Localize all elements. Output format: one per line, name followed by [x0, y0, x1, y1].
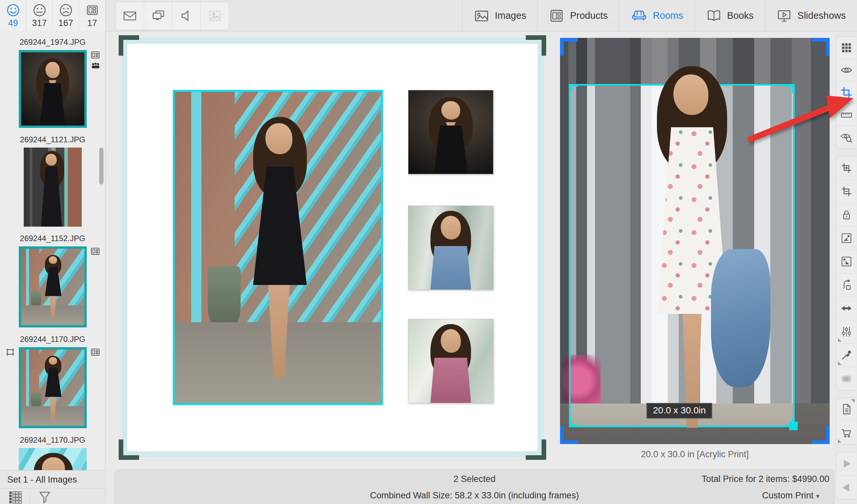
speaker-button[interactable] — [172, 2, 201, 30]
filename-label: 269244_1974.JPG — [0, 35, 105, 50]
speaker-icon — [179, 8, 194, 23]
submenu-notch — [838, 439, 841, 443]
tab-rooms[interactable]: Rooms — [619, 0, 694, 31]
caret-down-icon: ▾ — [816, 492, 820, 500]
crop-badge-icon — [5, 348, 15, 357]
photo-handle-top-left[interactable] — [560, 38, 578, 56]
filmstrip-item-1: 269244_1974.JPG — [0, 35, 105, 129]
shopping-cart-tool[interactable] — [836, 421, 856, 445]
annotation-arrow — [743, 86, 857, 145]
thumbnail-269244-1121[interactable] — [24, 147, 82, 227]
drag-image-button[interactable] — [201, 2, 229, 30]
rating-sad[interactable]: 167 — [53, 0, 79, 31]
order-tools-panel — [836, 397, 856, 445]
filmstrip-sidebar: 269244_1974.JPG 269244_1121.JPG 269244_1… — [0, 32, 105, 470]
product-badge-icon — [91, 348, 101, 357]
thumbnail-photo — [21, 249, 84, 325]
crop-zoom-out-tool[interactable] — [836, 180, 856, 203]
submenu-notch — [838, 361, 841, 365]
thumbnail-269244-1170[interactable] — [19, 347, 87, 428]
document-icon — [841, 403, 852, 415]
filename-label: 269244_1152.JPG — [0, 231, 105, 246]
thumbnail-photo — [19, 448, 87, 470]
rating-stats-panel: 49 317 167 17 — [0, 0, 105, 31]
move-horizontal-tool[interactable] — [836, 297, 856, 320]
mat-frame-tool[interactable] — [836, 367, 856, 390]
tab-books[interactable]: Books — [694, 0, 765, 31]
pose-image-left-tool[interactable] — [836, 227, 856, 250]
filter-button[interactable] — [30, 491, 60, 503]
photo-handle-bottom-right[interactable] — [812, 426, 830, 444]
room-canvas: 20.0 x 30.0in 20.0 x 30.0 in [Acrylic Pr… — [106, 32, 836, 470]
crop-plus-icon — [841, 162, 852, 174]
wall-print-studio[interactable] — [408, 90, 493, 174]
tab-products-label: Products — [570, 10, 607, 21]
lock-tool[interactable] — [836, 203, 856, 227]
move-horizontal-icon — [841, 302, 852, 314]
rating-happy[interactable]: 49 — [0, 0, 27, 31]
wall-print-large-staircase[interactable] — [173, 90, 383, 405]
order-document-tool[interactable] — [836, 398, 856, 421]
preview-eye-tool[interactable] — [836, 59, 856, 81]
crop-corner-mark[interactable] — [569, 84, 578, 93]
submenu-notch — [838, 338, 841, 342]
tab-images[interactable]: Images — [462, 0, 537, 31]
thumbnail-269244-1974[interactable] — [19, 50, 87, 128]
eyedropper-tool[interactable] — [836, 344, 856, 367]
print-size-caption: 20.0 x 30.0 in [Acrylic Print] — [560, 449, 830, 459]
filmstrip-item-3: 269244_1152.JPG — [0, 231, 105, 329]
play-forward-button[interactable] — [836, 452, 856, 476]
crop-zoom-in-tool[interactable] — [836, 156, 856, 180]
thumbnail-269244-1170-b[interactable] — [19, 448, 87, 470]
tab-images-label: Images — [495, 10, 526, 21]
rotate-icon — [841, 279, 852, 291]
wall-print-pink[interactable] — [408, 319, 493, 403]
filmstrip-scrollbar[interactable] — [99, 147, 103, 185]
tab-rooms-label: Rooms — [653, 10, 683, 21]
filmstrip-item-5: 269244_1170.JPG — [0, 433, 105, 470]
rotate-tool[interactable] — [836, 274, 856, 297]
adjustments-tool[interactable] — [836, 320, 856, 344]
image-pointer-icon — [841, 232, 852, 244]
filmstrip-item-2: 269244_1121.JPG — [0, 133, 105, 228]
tab-slideshows[interactable]: Slideshows — [765, 0, 857, 31]
dual-display-button[interactable] — [144, 2, 172, 30]
order-type-dropdown[interactable]: Custom Print▾ — [762, 490, 820, 501]
wall-print-denim[interactable] — [408, 206, 493, 290]
lock-icon — [841, 209, 852, 221]
thumbnail-grid-button[interactable] — [0, 491, 30, 503]
filename-label: 269244_1170.JPG — [0, 332, 105, 347]
share-tools-panel — [115, 2, 229, 30]
pose-image-right-tool[interactable] — [836, 250, 856, 274]
crop-size-tag: 20.0 x 30.0in — [646, 403, 712, 419]
crop-resize-handle[interactable] — [789, 422, 798, 430]
mat-frame-icon — [841, 373, 852, 385]
sliders-icon — [841, 326, 852, 338]
product-badge-icon — [91, 247, 101, 256]
grid-view-tool[interactable] — [836, 37, 856, 59]
sad-count: 167 — [58, 18, 73, 28]
crop-minus-icon — [841, 186, 852, 197]
wall-corner-bracket — [119, 439, 139, 460]
grid-view-icon — [841, 42, 852, 54]
play-back-icon — [841, 482, 852, 493]
crop-corner-mark[interactable] — [569, 418, 578, 427]
main-nav-tabs: Images Products Rooms Books Slideshows — [462, 0, 857, 31]
email-button[interactable] — [116, 2, 144, 30]
thumbnail-photo — [21, 52, 84, 125]
print-photo — [408, 319, 493, 403]
play-back-button[interactable] — [836, 476, 856, 499]
neutral-face-icon — [32, 3, 47, 17]
print-photo — [175, 92, 381, 403]
group-badge-icon — [91, 62, 101, 70]
happy-count: 49 — [8, 18, 18, 28]
photo-handle-top-right[interactable] — [812, 38, 830, 56]
submenu-notch — [851, 399, 855, 403]
set-footer: Set 1 - All Images — [0, 470, 105, 504]
wall-corner-bracket — [119, 35, 139, 56]
rating-albums[interactable]: 17 — [79, 0, 105, 31]
photo-handle-bottom-left[interactable] — [560, 426, 578, 444]
rating-neutral[interactable]: 317 — [27, 0, 53, 31]
tab-products[interactable]: Products — [537, 0, 619, 31]
thumbnail-269244-1152[interactable] — [19, 246, 87, 327]
